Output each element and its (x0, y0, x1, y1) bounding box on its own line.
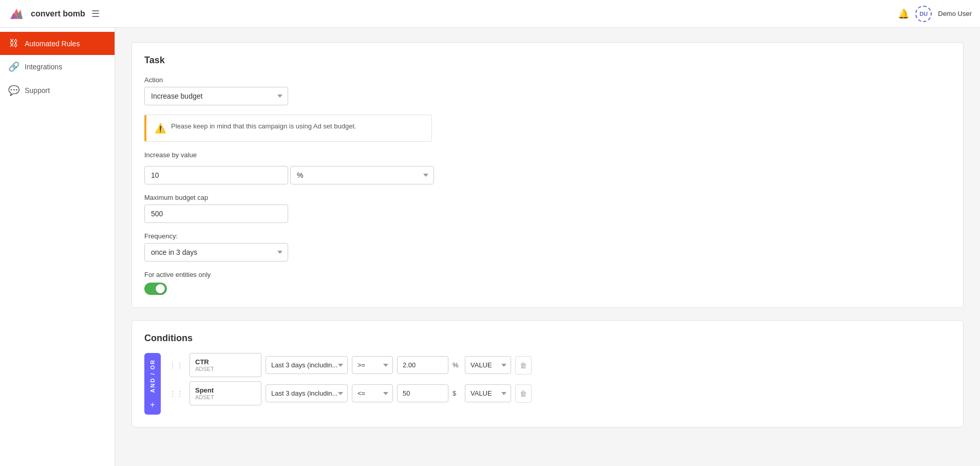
time-range-select-1[interactable]: Last 3 days (includin... Last 7 days Tod… (266, 356, 348, 374)
main-content: Task Action Increase budget Decrease bud… (115, 28, 980, 466)
toggle-wrapper (144, 283, 951, 295)
increase-by-label: Increase by value (144, 151, 951, 159)
action-group: Action Increase budget Decrease budget P… (144, 76, 951, 105)
drag-handle-1[interactable]: ⋮⋮ (167, 361, 185, 369)
conditions-section: Conditions AND / OR + ⋮⋮ CTR ADSET (131, 320, 964, 427)
max-budget-label: Maximum budget cap (144, 194, 951, 201)
table-row: ⋮⋮ CTR ADSET Last 3 days (includin... La… (167, 353, 951, 377)
metric-name-1: CTR (195, 358, 256, 366)
and-or-bar: AND / OR + (144, 353, 161, 415)
value-input-1[interactable] (397, 356, 448, 374)
type-select-2[interactable]: VALUE METRIC (465, 384, 511, 402)
operator-select-2[interactable]: >= <= > < = != (352, 384, 393, 402)
add-condition-button[interactable]: + (147, 399, 158, 411)
action-select[interactable]: Increase budget Decrease budget Pause En… (144, 87, 288, 105)
menu-icon[interactable]: ☰ (91, 8, 100, 20)
metric-sub-2: ADSET (195, 394, 256, 400)
task-section: Task Action Increase budget Decrease bud… (131, 42, 964, 308)
user-avatar: DU (915, 6, 932, 22)
value-input-2[interactable] (397, 384, 448, 402)
bell-icon[interactable]: 🔔 (898, 8, 909, 20)
sidebar-item-label-support: Support (25, 86, 50, 95)
logo-icon (8, 6, 25, 22)
conditions-title: Conditions (144, 333, 951, 344)
frequency-label: Frequency: (144, 232, 951, 240)
top-nav-right: 🔔 DU Demo User (898, 6, 972, 22)
time-range-select-2[interactable]: Last 3 days (includin... Last 7 days Tod… (266, 384, 348, 402)
sidebar-item-integrations[interactable]: 🔗 Integrations (0, 55, 115, 79)
sidebar-item-support[interactable]: 💬 Support (0, 79, 115, 102)
integrations-icon: 🔗 (8, 61, 20, 72)
frequency-group: Frequency: once in 1 day once in 2 days … (144, 232, 951, 262)
toggle-slider (144, 283, 167, 295)
sidebar-item-label-integrations: Integrations (25, 63, 62, 71)
top-nav: convert bomb ☰ 🔔 DU Demo User (0, 0, 980, 28)
drag-handle-2[interactable]: ⋮⋮ (167, 389, 185, 398)
app-body: ⛓ Automated Rules 🔗 Integrations 💬 Suppo… (0, 28, 980, 466)
action-select-wrapper: Increase budget Decrease budget Pause En… (144, 87, 288, 105)
cond-metric-1: CTR ADSET (190, 353, 261, 377)
support-icon: 💬 (8, 85, 20, 96)
metric-name-2: Spent (195, 386, 256, 394)
sidebar: ⛓ Automated Rules 🔗 Integrations 💬 Suppo… (0, 28, 115, 466)
delete-button-2[interactable]: 🗑 (515, 384, 532, 403)
metric-sub-1: ADSET (195, 366, 256, 372)
task-title: Task (144, 55, 951, 66)
warning-text: Please keep in mind that this campaign i… (171, 122, 356, 130)
cond-unit-1: % (453, 361, 461, 369)
cond-unit-2: $ (453, 389, 461, 397)
active-entities-group: For active entities only (144, 271, 951, 295)
increase-by-group: Increase by value % $ Fixed (144, 151, 951, 184)
unit-select[interactable]: % $ Fixed (290, 166, 434, 184)
sidebar-item-automated-rules[interactable]: ⛓ Automated Rules (0, 32, 115, 55)
type-select-1[interactable]: VALUE METRIC (465, 356, 511, 374)
active-entities-toggle[interactable] (144, 283, 167, 295)
warning-icon: ⚠️ (155, 123, 166, 134)
action-label: Action (144, 76, 951, 84)
automated-rules-icon: ⛓ (8, 38, 20, 49)
cond-metric-2: Spent ADSET (190, 381, 261, 405)
sidebar-item-label-automated-rules: Automated Rules (25, 40, 80, 48)
increase-by-input[interactable] (144, 166, 288, 184)
active-entities-label: For active entities only (144, 271, 951, 278)
max-budget-group: Maximum budget cap (144, 194, 951, 223)
and-or-label: AND / OR (149, 355, 156, 397)
delete-button-1[interactable]: 🗑 (515, 356, 532, 375)
top-nav-left: convert bomb ☰ (8, 6, 100, 22)
operator-select-1[interactable]: >= <= > < = != (352, 356, 393, 374)
conditions-rows: ⋮⋮ CTR ADSET Last 3 days (includin... La… (167, 353, 951, 415)
logo-text: convert bomb (31, 9, 85, 18)
user-name: Demo User (938, 10, 972, 17)
max-budget-input[interactable] (144, 204, 288, 223)
table-row: ⋮⋮ Spent ADSET Last 3 days (includin... … (167, 381, 951, 405)
conditions-body: AND / OR + ⋮⋮ CTR ADSET Last 3 days (inc… (144, 353, 951, 415)
warning-box: ⚠️ Please keep in mind that this campaig… (144, 115, 432, 142)
frequency-select[interactable]: once in 1 day once in 2 days once in 3 d… (144, 243, 288, 262)
